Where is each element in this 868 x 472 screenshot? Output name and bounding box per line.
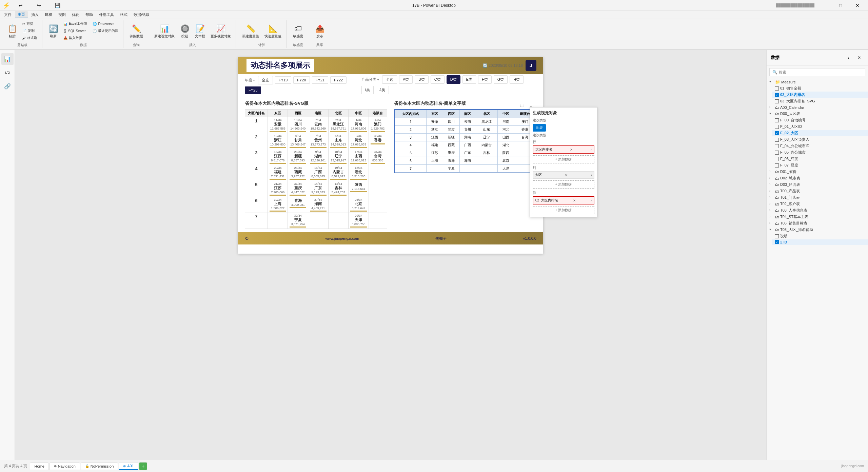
sensitivity-button[interactable]: 🏷 敏感度 — [291, 20, 305, 43]
tree-item-f00[interactable]: F_00_自动编号 — [772, 117, 868, 123]
year-fy20-btn[interactable]: FY20 — [293, 76, 310, 84]
tree-item-f04[interactable]: F_04_办公城市ID — [772, 143, 868, 149]
more-visuals-button[interactable]: 📈 更多视觉对象 — [209, 20, 233, 43]
tree-item-f03[interactable]: F_03_大区负责人 — [772, 136, 868, 143]
menu-file[interactable]: 文件 — [1, 12, 14, 18]
tab-navigation[interactable]: ⊕ Navigation — [50, 463, 80, 470]
table-expand-icon[interactable]: ⬚ — [517, 100, 526, 110]
year-allselect-btn[interactable]: 全选 — [258, 76, 273, 84]
tree-item-f06[interactable]: F_06_纬度 — [772, 156, 868, 162]
row-options-icon[interactable]: › — [591, 148, 592, 152]
sidebar-report-icon[interactable]: 📊 — [1, 53, 14, 65]
tab-a01[interactable]: ⊕ A01 — [119, 462, 138, 470]
product-b-btn[interactable]: B类 — [415, 75, 428, 84]
tree-item-f07[interactable]: F_07_经度 — [772, 162, 868, 169]
undo-button[interactable]: ↩ — [13, 0, 28, 11]
row-remove-icon[interactable]: ✕ — [570, 148, 573, 152]
product-all-btn[interactable]: 全选 — [382, 75, 397, 84]
redo-button[interactable]: ↪ — [31, 0, 47, 11]
checkbox-t08-id[interactable]: ✓ — [775, 240, 779, 244]
button-insert[interactable]: 🔘 按钮 — [178, 20, 192, 43]
col-remove-icon[interactable]: ✕ — [565, 173, 568, 177]
value-field-chip[interactable]: 02_大区内排名 ✕ › — [533, 196, 594, 204]
col-add-data-btn[interactable]: + 添加数据 — [533, 180, 594, 189]
input-data-button[interactable]: 📥输入数据 — [61, 35, 89, 41]
tree-item-t03[interactable]: › 🗂 T03_人事信息表 — [767, 207, 868, 214]
tab-home[interactable]: Home — [30, 463, 48, 470]
checkbox-f04[interactable] — [775, 144, 779, 148]
menu-data[interactable]: 数据/钻取 — [131, 12, 152, 18]
tree-item-measure-01[interactable]: 01_销售金额 — [772, 85, 868, 92]
menu-insert[interactable]: 插入 — [28, 12, 41, 18]
tree-item-t02[interactable]: › 🗂 T02_客户表 — [767, 201, 868, 207]
menu-modeling[interactable]: 建模 — [42, 12, 55, 18]
menu-optimize[interactable]: 优化 — [69, 12, 82, 18]
tree-item-d03[interactable]: › 🗂 D03_区县表 — [767, 181, 868, 188]
close-button[interactable]: ✕ — [850, 0, 865, 11]
year-fy23-btn[interactable]: FY23 — [245, 86, 261, 94]
tree-item-t08-id[interactable]: ✓ Σ ID — [772, 239, 868, 245]
value-add-data-btn[interactable]: + 添加数据 — [533, 206, 594, 214]
tree-item-measure-03[interactable]: 03_大区内排名_SVG — [772, 98, 868, 104]
checkbox-t08-desc[interactable] — [775, 234, 779, 238]
product-j-btn[interactable]: J类 — [376, 86, 389, 94]
checkbox-f00[interactable] — [775, 118, 779, 122]
tree-item-measure[interactable]: ▾ 📁 Measure — [767, 79, 868, 85]
panel-close-btn[interactable]: ✕ — [854, 53, 864, 62]
row-field-chip[interactable]: 大区内排名 ✕ › — [533, 145, 594, 154]
publish-button[interactable]: 📤 发布 — [313, 20, 327, 43]
new-visual-button[interactable]: 📊 新建视觉对象 — [152, 20, 177, 43]
table-type-btn[interactable]: ⊞ 表 — [533, 124, 546, 132]
minimize-button[interactable]: — — [816, 0, 831, 11]
sidebar-data-icon[interactable]: 🗂 — [1, 66, 14, 79]
product-d-btn[interactable]: D类 — [447, 75, 460, 84]
product-i-btn[interactable]: I类 — [361, 86, 374, 94]
checkbox-f06[interactable] — [775, 157, 779, 161]
checkbox-f01[interactable] — [775, 125, 779, 129]
format-painter-button[interactable]: 🖌格式刷 — [20, 35, 39, 41]
tree-item-f01[interactable]: F_01_大区ID — [772, 123, 868, 130]
product-h-btn[interactable]: H类 — [510, 75, 524, 84]
col-field-chip[interactable]: 大区 ✕ › — [533, 171, 594, 179]
product-f-btn[interactable]: F类 — [478, 75, 492, 84]
tree-item-t04[interactable]: › 🗂 T04_ST基本主表 — [767, 214, 868, 220]
sidebar-model-icon[interactable]: 🔗 — [1, 80, 14, 92]
dataverse-button[interactable]: 🌐Dataverse — [91, 20, 120, 27]
refresh-button[interactable]: 🔄 刷新 — [46, 20, 60, 43]
product-c-btn[interactable]: C类 — [431, 75, 445, 84]
menu-view[interactable]: 视图 — [56, 12, 68, 18]
tree-item-measure-02[interactable]: ✓ 02_大区内排名 — [772, 92, 868, 98]
checkbox-measure-02[interactable]: ✓ — [775, 93, 779, 97]
tree-item-t08-desc[interactable]: 说明 — [772, 233, 868, 239]
checkbox-f03[interactable] — [775, 138, 779, 142]
maximize-button[interactable]: □ — [833, 0, 848, 11]
tree-item-t08[interactable]: ▾ 🗂 T08_大区_排名辅助 — [767, 227, 868, 233]
tree-item-d01[interactable]: › 🗂 D01_省份 — [767, 169, 868, 175]
tree-item-calendar[interactable]: › 🗂 A00_Calendar — [767, 104, 868, 111]
menu-home[interactable]: 主页 — [15, 11, 28, 18]
cut-button[interactable]: ✂剪切 — [20, 20, 39, 27]
tree-item-d00[interactable]: ▾ 🗂 D00_大区表 — [767, 111, 868, 117]
textbox-button[interactable]: 📝 文本框 — [193, 20, 207, 43]
menu-help[interactable]: 帮助 — [83, 12, 96, 18]
year-fy22-btn[interactable]: FY22 — [330, 76, 347, 84]
value-options-icon[interactable]: › — [591, 199, 592, 202]
tree-item-f05[interactable]: F_05_办公城市 — [772, 149, 868, 156]
tree-item-f02[interactable]: ✓ F_02_大区 — [772, 130, 868, 136]
paste-button[interactable]: 📋 粘贴 — [5, 20, 19, 43]
menu-external[interactable]: 外部工具 — [96, 12, 117, 18]
tree-item-t01[interactable]: › 🗂 T01_门店表 — [767, 194, 868, 201]
sql-button[interactable]: 🗄SQL Server — [61, 27, 89, 34]
value-remove-icon[interactable]: ✕ — [573, 199, 576, 202]
copy-button[interactable]: 📄复制 — [20, 27, 39, 34]
tab-nopermission[interactable]: 🔒 NoPermission — [81, 463, 118, 470]
row-add-data-btn[interactable]: + 添加数据 — [533, 155, 594, 163]
product-g-btn[interactable]: G类 — [494, 75, 508, 84]
search-input[interactable] — [779, 70, 862, 74]
tree-item-t00[interactable]: › 🗂 T00_产品表 — [767, 188, 868, 194]
year-fy21-btn[interactable]: FY21 — [312, 76, 328, 84]
excel-button[interactable]: 📊Excel工作簿 — [61, 20, 89, 27]
product-a-btn[interactable]: A类 — [399, 75, 413, 84]
checkbox-f02[interactable]: ✓ — [775, 131, 779, 135]
quick-measure-button[interactable]: 📐 快速度量值 — [262, 20, 283, 43]
